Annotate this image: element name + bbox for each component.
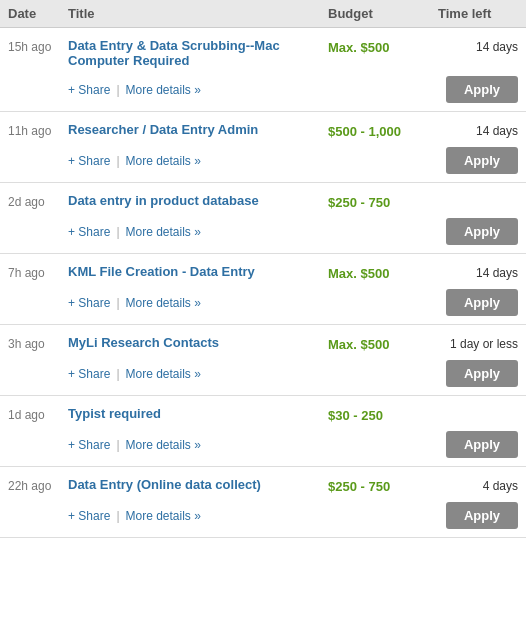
job-budget: $250 - 750: [328, 193, 438, 210]
job-title: Researcher / Data Entry Admin: [68, 122, 328, 137]
job-budget: $30 - 250: [328, 406, 438, 423]
separator: |: [116, 296, 119, 310]
job-title: Data entry in product database: [68, 193, 328, 208]
share-link[interactable]: + Share: [68, 367, 110, 381]
job-row: 11h ago Researcher / Data Entry Admin $5…: [0, 112, 526, 143]
job-block: 7h ago KML File Creation - Data Entry Ma…: [0, 254, 526, 325]
job-title-link[interactable]: Researcher / Data Entry Admin: [68, 122, 258, 137]
job-title-link[interactable]: Data entry in product database: [68, 193, 259, 208]
share-link[interactable]: + Share: [68, 296, 110, 310]
job-actions: + Share | More details » Apply: [0, 498, 526, 537]
separator: |: [116, 225, 119, 239]
header-timeleft: Time left: [438, 6, 518, 21]
more-details-link[interactable]: More details »: [126, 296, 201, 310]
job-date: 2d ago: [8, 193, 68, 209]
share-link[interactable]: + Share: [68, 225, 110, 239]
job-timeleft: 14 days: [438, 38, 518, 54]
job-timeleft: 1 day or less: [438, 335, 518, 351]
more-details-link[interactable]: More details »: [126, 225, 201, 239]
job-date: 1d ago: [8, 406, 68, 422]
share-link[interactable]: + Share: [68, 438, 110, 452]
share-link[interactable]: + Share: [68, 154, 110, 168]
job-budget: Max. $500: [328, 335, 438, 352]
job-budget: $250 - 750: [328, 477, 438, 494]
job-row: 15h ago Data Entry & Data Scrubbing--Mac…: [0, 28, 526, 72]
job-actions: + Share | More details » Apply: [0, 214, 526, 253]
job-actions: + Share | More details » Apply: [0, 356, 526, 395]
job-title: KML File Creation - Data Entry: [68, 264, 328, 279]
separator: |: [116, 509, 119, 523]
job-title: Data Entry & Data Scrubbing--Mac Compute…: [68, 38, 328, 68]
job-block: 11h ago Researcher / Data Entry Admin $5…: [0, 112, 526, 183]
job-title: MyLi Research Contacts: [68, 335, 328, 350]
job-date: 22h ago: [8, 477, 68, 493]
job-date: 11h ago: [8, 122, 68, 138]
job-date: 7h ago: [8, 264, 68, 280]
job-date: 15h ago: [8, 38, 68, 54]
job-title: Data Entry (Online data collect): [68, 477, 328, 492]
job-budget: Max. $500: [328, 38, 438, 55]
job-actions: + Share | More details » Apply: [0, 72, 526, 111]
table-header: Date Title Budget Time left: [0, 0, 526, 28]
job-row: 1d ago Typist required $30 - 250: [0, 396, 526, 427]
job-block: 1d ago Typist required $30 - 250 + Share…: [0, 396, 526, 467]
job-timeleft: 4 days: [438, 477, 518, 493]
job-row: 3h ago MyLi Research Contacts Max. $500 …: [0, 325, 526, 356]
jobs-list: 15h ago Data Entry & Data Scrubbing--Mac…: [0, 28, 526, 538]
job-timeleft: 14 days: [438, 264, 518, 280]
job-title-link[interactable]: KML File Creation - Data Entry: [68, 264, 255, 279]
job-block: 2d ago Data entry in product database $2…: [0, 183, 526, 254]
apply-button[interactable]: Apply: [446, 431, 518, 458]
apply-button[interactable]: Apply: [446, 76, 518, 103]
job-row: 7h ago KML File Creation - Data Entry Ma…: [0, 254, 526, 285]
apply-button[interactable]: Apply: [446, 360, 518, 387]
job-date: 3h ago: [8, 335, 68, 351]
more-details-link[interactable]: More details »: [126, 83, 201, 97]
job-title-link[interactable]: Data Entry & Data Scrubbing--Mac Compute…: [68, 38, 280, 68]
header-title: Title: [68, 6, 328, 21]
separator: |: [116, 367, 119, 381]
job-title-link[interactable]: Typist required: [68, 406, 161, 421]
job-actions: + Share | More details » Apply: [0, 427, 526, 466]
job-block: 3h ago MyLi Research Contacts Max. $500 …: [0, 325, 526, 396]
apply-button[interactable]: Apply: [446, 289, 518, 316]
share-link[interactable]: + Share: [68, 83, 110, 97]
job-row: 22h ago Data Entry (Online data collect)…: [0, 467, 526, 498]
job-row: 2d ago Data entry in product database $2…: [0, 183, 526, 214]
more-details-link[interactable]: More details »: [126, 367, 201, 381]
job-actions: + Share | More details » Apply: [0, 143, 526, 182]
more-details-link[interactable]: More details »: [126, 509, 201, 523]
job-budget: $500 - 1,000: [328, 122, 438, 139]
job-timeleft: 14 days: [438, 122, 518, 138]
job-title-link[interactable]: Data Entry (Online data collect): [68, 477, 261, 492]
apply-button[interactable]: Apply: [446, 218, 518, 245]
job-timeleft: [438, 193, 518, 195]
more-details-link[interactable]: More details »: [126, 154, 201, 168]
more-details-link[interactable]: More details »: [126, 438, 201, 452]
job-title: Typist required: [68, 406, 328, 421]
separator: |: [116, 438, 119, 452]
separator: |: [116, 154, 119, 168]
job-actions: + Share | More details » Apply: [0, 285, 526, 324]
job-timeleft: [438, 406, 518, 408]
header-budget: Budget: [328, 6, 438, 21]
job-budget: Max. $500: [328, 264, 438, 281]
job-block: 22h ago Data Entry (Online data collect)…: [0, 467, 526, 538]
share-link[interactable]: + Share: [68, 509, 110, 523]
job-title-link[interactable]: MyLi Research Contacts: [68, 335, 219, 350]
job-block: 15h ago Data Entry & Data Scrubbing--Mac…: [0, 28, 526, 112]
separator: |: [116, 83, 119, 97]
apply-button[interactable]: Apply: [446, 502, 518, 529]
apply-button[interactable]: Apply: [446, 147, 518, 174]
header-date: Date: [8, 6, 68, 21]
